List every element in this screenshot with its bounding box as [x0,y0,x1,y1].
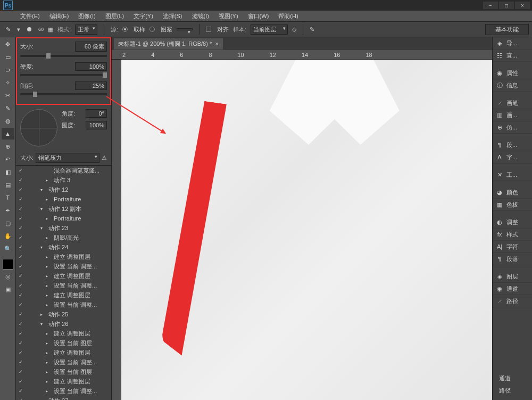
sampled-radio[interactable] [122,27,128,32]
angle-input[interactable]: 0° [86,109,107,118]
panel-brush-presets[interactable]: ▥画... [493,109,532,121]
visibility-icon[interactable]: ✓ [17,368,24,375]
action-row[interactable]: ✓▾动作 12 [16,185,111,194]
expand-arrow-icon[interactable]: ▸ [46,293,51,298]
panel-color[interactable]: ◕颜色 [493,186,532,199]
action-row[interactable]: ✓▾动作 23 [16,223,111,233]
menu-edit[interactable]: 编辑(E) [45,11,73,21]
lasso-tool[interactable]: ⊃ [2,64,14,76]
menu-layer[interactable]: 图层(L) [101,11,128,21]
mode-select[interactable]: 正常 [75,25,97,35]
stamp-tool[interactable]: ⊕ [2,141,14,152]
menu-select[interactable]: 选择(S) [159,11,187,21]
aligned-check[interactable] [206,27,211,32]
visibility-icon[interactable]: ✓ [17,291,24,299]
expand-arrow-icon[interactable]: ▸ [46,235,51,240]
action-row[interactable]: ✓▸设置 当前 调整... [16,262,111,271]
expand-arrow-icon[interactable]: ▸ [46,350,51,355]
action-row[interactable]: ✓▾动作 12 副本 [16,204,111,214]
expand-arrow-icon[interactable]: ▸ [46,216,51,221]
angle-control[interactable] [20,109,57,146]
panel-tools[interactable]: ✕工... [493,169,532,181]
menu-filter[interactable]: 滤镜(I) [188,11,213,21]
screenmode-icon[interactable]: ▣ [2,283,14,295]
visibility-icon[interactable]: ✓ [17,195,24,203]
action-row[interactable]: ✓▸建立 调整图层 [16,348,111,357]
visibility-icon[interactable]: ✓ [17,397,24,400]
ignore-adjust-icon[interactable]: ◇ [292,26,296,33]
expand-arrow-icon[interactable]: ▾ [40,398,46,401]
action-row[interactable]: ✓▸建立 调整图层 [16,252,111,262]
spacing-slider[interactable] [20,93,107,95]
expand-arrow-icon[interactable]: ▾ [40,226,46,231]
action-row[interactable]: ✓▸Portraiture [16,214,111,223]
expand-arrow-icon[interactable]: ▸ [46,341,51,346]
foreground-color[interactable] [3,259,13,270]
panel-clone[interactable]: ⊕仿... [493,121,532,134]
pressure-icon[interactable]: ✎ [310,26,314,33]
heal-tool[interactable]: ◍ [2,115,14,127]
action-row[interactable]: ✓▸建立 调整图层 [16,329,111,338]
size-slider[interactable] [20,55,107,57]
gradient-tool[interactable]: ▤ [2,179,14,191]
wand-tool[interactable]: ✧ [2,77,14,88]
hand-tool[interactable]: ✋ [2,230,14,242]
dropdown-arrow-icon[interactable]: ▾ [17,26,20,33]
size-input[interactable]: 60 像素 [75,42,107,52]
panel-paragraph2[interactable]: ¶段落 [493,253,532,265]
panel-channels[interactable]: ◉通道 [493,283,532,295]
expand-arrow-icon[interactable]: ▾ [40,245,46,250]
action-row[interactable]: ✓▾动作 24 [16,242,111,252]
move-tool[interactable]: ✥ [2,38,14,50]
text-tool[interactable]: T [2,192,14,203]
expand-arrow-icon[interactable]: ▾ [40,187,46,192]
expand-arrow-icon[interactable]: ▸ [46,370,51,374]
visibility-icon[interactable]: ✓ [17,205,24,213]
action-row[interactable]: ✓▸建立 调整图层 [16,271,111,281]
visibility-icon[interactable]: ✓ [17,243,24,251]
eraser-tool[interactable]: ◧ [2,166,14,178]
visibility-icon[interactable]: ✓ [17,282,24,289]
roundness-input[interactable]: 100% [86,121,107,129]
quickmask-icon[interactable]: ◎ [2,271,14,282]
action-row[interactable]: ✓▾动作 26 [16,319,111,329]
expand-arrow-icon[interactable]: ▸ [46,360,51,365]
sample-select[interactable]: 当前图层 [251,25,288,35]
action-row[interactable]: ✓▸设置 当前 调整... [16,386,111,396]
maximize-button[interactable]: □ [499,2,514,9]
panel-layers[interactable]: ◈图层 [493,271,532,283]
panel-character[interactable]: A字... [493,151,532,164]
action-row[interactable]: ✓▾动作 27 [16,396,111,400]
action-row[interactable]: ✓▸设置 当前 图层 [16,367,111,377]
visibility-icon[interactable]: ✓ [17,320,24,328]
action-row[interactable]: ✓▸设置 当前 图层 [16,338,111,348]
action-row[interactable]: ✓▸阴影/高光 [16,233,111,242]
visibility-icon[interactable]: ✓ [17,176,24,184]
expand-arrow-icon[interactable]: ▸ [46,255,51,259]
marquee-tool[interactable]: ▭ [2,51,14,63]
menu-image[interactable]: 图像(I) [74,11,99,21]
visibility-icon[interactable]: ✓ [17,224,24,232]
workspace-switcher[interactable]: 基本功能 [485,24,529,35]
panel-properties[interactable]: ◉属性 [493,67,532,79]
visibility-icon[interactable]: ✓ [17,311,24,318]
expand-arrow-icon[interactable]: ▸ [40,312,46,317]
menu-file[interactable]: 文件(E) [16,11,44,21]
expand-arrow-icon[interactable]: ▾ [40,207,46,211]
document-tab[interactable]: 未标题-1 @ 200% (椭圆 1, RGB/8) *× [114,38,223,50]
action-row[interactable]: ✓▸动作 25 [16,309,111,319]
panel-info[interactable]: ⓘ信息 [493,79,532,92]
expand-arrow-icon[interactable]: ▸ [46,389,51,394]
zoom-tool[interactable]: 🔍 [2,243,14,255]
panel-swatches[interactable]: ▦色板 [493,199,532,211]
expand-arrow-icon[interactable]: ▸ [46,379,51,384]
brush-preview[interactable] [24,25,34,34]
visibility-icon[interactable]: ✓ [17,253,24,260]
crop-tool[interactable]: ✂ [2,89,14,101]
hardness-input[interactable]: 100% [75,62,107,71]
panel-adjustments[interactable]: ◐调整 [493,216,532,228]
action-row[interactable]: ✓▸动作 3 [16,175,111,185]
action-row[interactable]: ✓▸设置 当前 调整... [16,281,111,290]
action-row[interactable]: ✓▸设置 当前 调整... [16,300,111,309]
panel-brush[interactable]: ⟋画笔 [493,97,532,109]
